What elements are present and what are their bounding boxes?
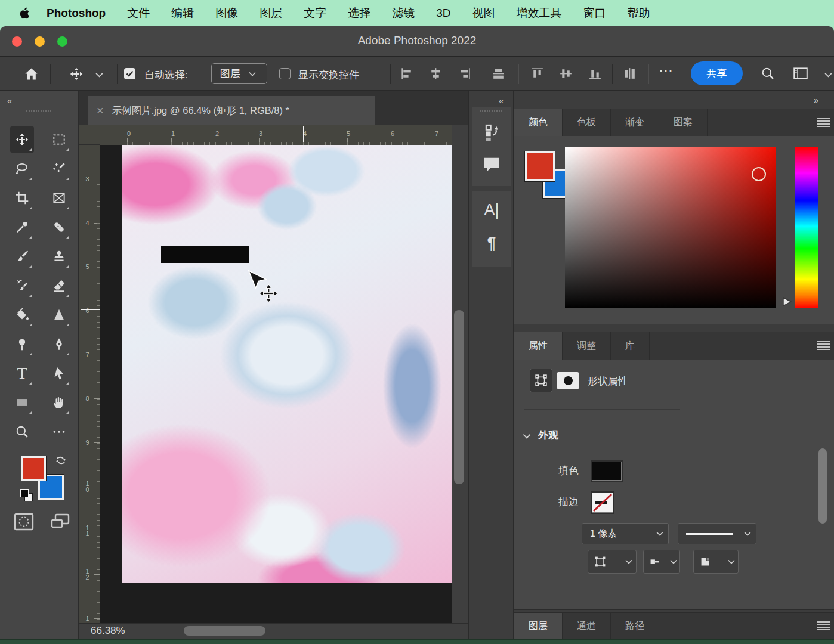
layers-panel-menu-icon[interactable] — [817, 621, 830, 630]
tool-brush[interactable] — [10, 243, 34, 270]
foreground-color-swatch[interactable] — [21, 456, 46, 481]
color-panel-menu-icon[interactable] — [817, 118, 830, 127]
color-panel-foreground-swatch[interactable] — [525, 151, 555, 181]
align-top-edges-icon[interactable] — [529, 66, 545, 82]
menu-item-type[interactable]: 文字 — [304, 5, 326, 21]
tool-spot-healing[interactable] — [47, 214, 71, 240]
auto-select-checkbox[interactable] — [124, 68, 135, 79]
tool-pen[interactable] — [47, 331, 71, 357]
panel-grip[interactable] — [480, 110, 504, 112]
tab-paths[interactable]: 路径 — [611, 613, 659, 639]
menu-item-layer[interactable]: 图层 — [260, 5, 282, 21]
version-history-panel-icon[interactable] — [481, 119, 502, 147]
stroke-color-swatch[interactable] — [592, 493, 613, 513]
share-button[interactable]: 共享 — [691, 61, 743, 85]
align-horizontal-centers-icon[interactable] — [428, 66, 444, 82]
workspace-chevron-icon[interactable] — [824, 69, 832, 80]
tool-paint-bucket[interactable] — [10, 302, 34, 328]
tool-rectangular-marquee[interactable] — [47, 126, 71, 153]
move-tool-options-icon[interactable] — [67, 65, 86, 83]
stroke-style-dropdown[interactable] — [678, 523, 756, 544]
stroke-width-dropdown[interactable]: 1 像素 — [582, 523, 669, 544]
tool-frame[interactable] — [47, 185, 71, 211]
document-tab[interactable]: × 示例图片.jpg @ 66.4% (矩形 1, RGB/8) * — [88, 96, 375, 125]
menu-item-plugins[interactable]: 增效工具 — [517, 5, 562, 21]
menu-item-image[interactable]: 图像 — [215, 5, 238, 21]
apple-menu-icon[interactable] — [18, 6, 30, 20]
close-document-icon[interactable]: × — [97, 104, 104, 117]
zoom-level-indicator[interactable]: 66.38% — [91, 625, 125, 637]
color-field[interactable] — [565, 147, 776, 308]
stroke-align-dropdown[interactable] — [588, 550, 637, 574]
tools-panel-grip[interactable] — [26, 110, 52, 112]
color-field-picker-ring[interactable] — [752, 167, 766, 181]
horizontal-scrollbar-thumb[interactable] — [184, 626, 265, 636]
workspace-switcher-icon[interactable] — [791, 64, 810, 82]
search-icon[interactable] — [759, 64, 777, 82]
properties-scrollbar-thumb[interactable] — [818, 448, 827, 524]
menu-item-file[interactable]: 文件 — [127, 5, 150, 21]
distribute-vertical-centers-icon[interactable] — [490, 66, 506, 82]
tab-patterns[interactable]: 图案 — [659, 109, 708, 136]
ruler-corner[interactable] — [79, 125, 100, 145]
align-bottom-edges-icon[interactable] — [587, 66, 603, 82]
tab-color[interactable]: 颜色 — [514, 109, 563, 136]
tab-properties[interactable]: 属性 — [514, 332, 563, 360]
align-right-edges-icon[interactable] — [456, 66, 472, 82]
tool-magic-wand[interactable] — [47, 156, 71, 182]
collapse-tools-panel-icon[interactable]: « — [7, 95, 11, 106]
align-left-edges-icon[interactable] — [399, 66, 415, 82]
home-icon[interactable] — [21, 65, 41, 83]
tab-adjustments[interactable]: 调整 — [563, 332, 611, 360]
default-colors-foreground-chip[interactable] — [20, 489, 29, 497]
menu-item-edit[interactable]: 编辑 — [171, 5, 194, 21]
drawn-rectangle-shape[interactable] — [161, 246, 249, 263]
menu-item-window[interactable]: 窗口 — [583, 5, 606, 21]
appearance-section-header[interactable]: 外观 — [538, 428, 558, 442]
tool-eraser[interactable] — [47, 273, 71, 299]
more-options-icon[interactable]: ⋯ — [659, 62, 674, 79]
collapse-strip-icon[interactable]: « — [499, 95, 502, 106]
tab-channels[interactable]: 通道 — [563, 613, 611, 639]
tool-hand[interactable] — [47, 389, 71, 416]
align-vertical-centers-icon[interactable] — [558, 66, 574, 82]
tool-rectangle[interactable] — [10, 389, 34, 416]
menu-item-help[interactable]: 帮助 — [628, 5, 650, 21]
tab-swatches[interactable]: 色板 — [563, 109, 611, 136]
auto-select-target-dropdown[interactable]: 图层 — [211, 63, 267, 84]
ruler-horizontal[interactable]: 0 1 2 3 4 5 6 7 — [100, 125, 468, 145]
appearance-collapse-chevron-icon[interactable] — [521, 431, 532, 441]
stroke-corner-dropdown[interactable] — [693, 550, 739, 574]
menu-item-view[interactable]: 视图 — [472, 5, 495, 21]
tool-crop[interactable] — [10, 185, 34, 211]
paragraph-panel-icon[interactable]: ¶ — [477, 229, 506, 258]
tab-libraries[interactable]: 库 — [611, 332, 650, 360]
tool-sharpen[interactable] — [47, 302, 71, 328]
menu-item-filter[interactable]: 滤镜 — [392, 5, 415, 21]
stroke-cap-dropdown[interactable] — [643, 550, 680, 574]
tab-layers[interactable]: 图层 — [514, 613, 563, 639]
tool-clone-stamp[interactable] — [47, 243, 71, 270]
distribute-horizontal-centers-icon[interactable] — [622, 66, 638, 82]
swap-colors-icon[interactable] — [52, 452, 69, 469]
tab-gradients[interactable]: 渐变 — [611, 109, 659, 136]
tool-path-select[interactable] — [47, 360, 71, 386]
vertical-scrollbar-thumb[interactable] — [454, 310, 464, 484]
move-tool-preset-chevron-icon[interactable] — [95, 69, 103, 80]
expand-panels-icon[interactable]: » — [814, 95, 817, 105]
tool-dodge[interactable] — [10, 331, 34, 357]
show-transform-controls-checkbox[interactable] — [279, 68, 291, 79]
mask-properties-button[interactable] — [557, 372, 579, 389]
tool-eyedropper[interactable] — [10, 214, 34, 240]
properties-panel-menu-icon[interactable] — [817, 341, 830, 350]
menu-item-select[interactable]: 选择 — [348, 5, 370, 21]
edit-toolbar-icon[interactable] — [47, 419, 71, 445]
screen-mode-icon[interactable] — [49, 512, 72, 532]
tool-history-brush[interactable] — [10, 273, 34, 299]
fill-color-swatch[interactable] — [592, 462, 622, 481]
tool-zoom[interactable] — [10, 419, 34, 445]
tool-lasso[interactable] — [10, 156, 34, 182]
comments-panel-icon[interactable] — [481, 151, 502, 178]
hue-slider[interactable] — [795, 147, 818, 308]
canvas-image[interactable] — [122, 145, 452, 583]
